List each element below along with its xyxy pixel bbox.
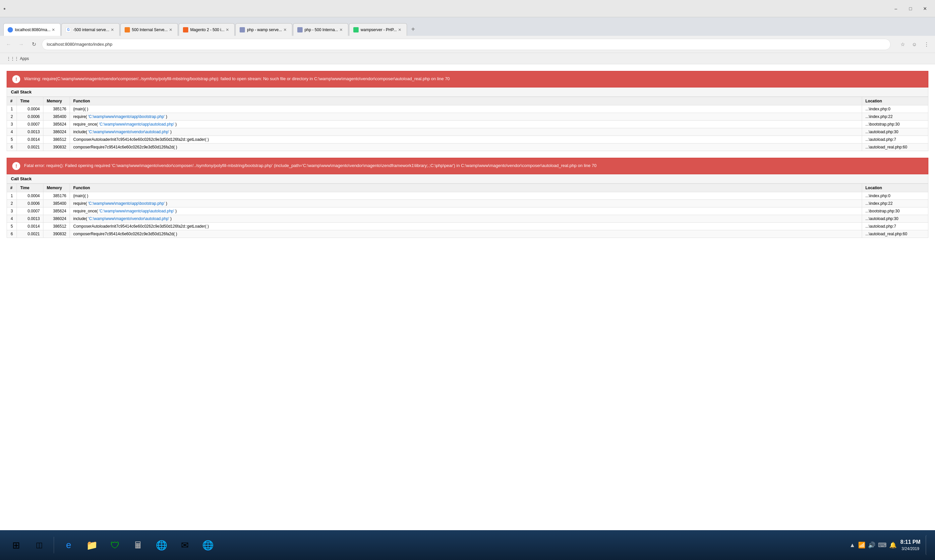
tab-stackoverflow-close[interactable]: ✕ — [168, 27, 174, 33]
row-function: require_once( 'C:\wamp\www\magento\app\a… — [70, 208, 862, 215]
error-1-header-text: Warning: require(C:\wamp\www\magento\ven… — [24, 76, 450, 81]
calc-button[interactable]: 🖩 — [128, 534, 149, 556]
row-function: {main}( ) — [70, 105, 862, 113]
task-view-icon: ◫ — [36, 541, 43, 549]
mail-icon: ✉ — [181, 540, 189, 551]
url-icons: ☆ ☺ ⋮ — [898, 40, 931, 49]
settings-menu-icon[interactable]: ⋮ — [922, 40, 931, 49]
row-num: 4 — [7, 215, 17, 223]
row-num: 2 — [7, 200, 17, 208]
row-time: 0.0014 — [17, 136, 43, 143]
row-num: 6 — [7, 143, 17, 151]
row-time: 0.0006 — [17, 113, 43, 121]
error-2-col-function: Function — [70, 184, 862, 192]
error-1-call-stack-title: Call Stack — [7, 88, 928, 97]
row-memory: 385400 — [43, 200, 70, 208]
show-desktop-button[interactable] — [926, 535, 930, 555]
tab-favicon-php-wamp — [240, 27, 245, 32]
row-time: 0.0021 — [17, 230, 43, 238]
url-bar[interactable]: localhost:8080/magento/index.php — [42, 39, 890, 50]
mail-button[interactable]: ✉ — [174, 534, 195, 556]
browser-window: ● – □ ✕ localhost:8080/ma... ✕ G -500 in… — [0, 0, 935, 64]
error-block-1: ! Warning: require(C:\wamp\www\magento\v… — [7, 71, 928, 151]
tab-wamp-label: wampserver - PHP... — [360, 28, 397, 32]
row-memory: 386512 — [43, 136, 70, 143]
taskbar-right: ▲ 📶 🔊 ⌨ 🔔 8:11 PM 3/24/2019 — [849, 535, 930, 555]
system-tray: ▲ 📶 🔊 ⌨ 🔔 — [849, 542, 896, 549]
tab-magento[interactable]: Magento 2 - 500 i... ✕ — [179, 23, 235, 36]
row-memory: 390832 — [43, 230, 70, 238]
browser-logo: ● — [3, 6, 6, 11]
shield-button[interactable]: 🛡 — [105, 534, 126, 556]
tab-stackoverflow[interactable]: 500 Internal Serve... ✕ — [120, 23, 178, 36]
back-button[interactable]: ← — [4, 40, 13, 49]
tray-icon-1[interactable]: ▲ — [849, 542, 855, 549]
table-row: 50.0014386512ComposerAutoloaderInit7c954… — [7, 136, 928, 143]
network-icon[interactable]: 📶 — [858, 542, 866, 549]
apps-label: Apps — [20, 56, 29, 61]
task-view-button[interactable]: ◫ — [29, 534, 50, 556]
tab-magento-close[interactable]: ✕ — [224, 27, 230, 33]
row-time: 0.0013 — [17, 215, 43, 223]
row-memory: 385176 — [43, 105, 70, 113]
new-tab-button[interactable]: + — [408, 24, 418, 34]
row-num: 4 — [7, 128, 17, 136]
tab-wamp[interactable]: wampserver - PHP... ✕ — [349, 23, 407, 36]
minimize-button[interactable]: – — [889, 4, 903, 14]
user-account-icon[interactable]: ☺ — [910, 40, 919, 49]
row-location: ...\autoload.php:30 — [862, 215, 928, 223]
row-location: ...\index.php:0 — [862, 192, 928, 200]
error-2-col-num: # — [7, 184, 17, 192]
address-bar: ← → ↻ localhost:8080/magento/index.php ☆… — [0, 36, 935, 53]
row-location: ...\index.php:22 — [862, 113, 928, 121]
row-function: require( 'C:\wamp\www\magento\app\bootst… — [70, 113, 862, 121]
tab-php-500-close[interactable]: ✕ — [338, 27, 344, 33]
taskbar-clock[interactable]: 8:11 PM 3/24/2019 — [901, 538, 920, 551]
row-time: 0.0004 — [17, 192, 43, 200]
row-location: ...\autoload.php:7 — [862, 223, 928, 230]
row-num: 6 — [7, 230, 17, 238]
tab-stackoverflow-label: 500 Internal Serve... — [132, 28, 168, 32]
row-location: ...\bootstrap.php:30 — [862, 208, 928, 215]
row-num: 2 — [7, 113, 17, 121]
calc-icon: 🖩 — [134, 540, 143, 551]
url-text: localhost:8080/magento/index.php — [47, 42, 112, 47]
row-num: 5 — [7, 136, 17, 143]
file-explorer-button[interactable]: 📁 — [81, 534, 102, 556]
reload-button[interactable]: ↻ — [29, 40, 39, 49]
taskbar-time-display: 8:11 PM — [901, 538, 920, 546]
maximize-button[interactable]: □ — [904, 4, 917, 14]
notification-icon[interactable]: 🔔 — [889, 542, 896, 549]
row-time: 0.0007 — [17, 208, 43, 215]
tab-php-500[interactable]: php - 500 Interna... ✕ — [293, 23, 348, 36]
keyboard-icon[interactable]: ⌨ — [878, 542, 887, 549]
table-row: 40.0013386024include( 'C:\wamp\www\magen… — [7, 215, 928, 223]
tab-php-wamp-close[interactable]: ✕ — [282, 27, 288, 33]
tab-favicon-stackoverflow — [125, 27, 130, 32]
table-row: 50.0014386512ComposerAutoloaderInit7c954… — [7, 223, 928, 230]
bookmark-star-icon[interactable]: ☆ — [898, 40, 907, 49]
row-memory: 390832 — [43, 143, 70, 151]
browser-icon: 🌐 — [202, 540, 214, 551]
close-button[interactable]: ✕ — [918, 4, 932, 14]
ie-button[interactable]: e — [58, 534, 79, 556]
chrome-button[interactable]: 🌐 — [151, 534, 172, 556]
volume-icon[interactable]: 🔊 — [868, 542, 875, 549]
tab-php-wamp[interactable]: php - wamp serve... ✕ — [235, 23, 292, 36]
bookmarks-bar: ⋮⋮⋮ Apps — [0, 53, 935, 64]
forward-button[interactable]: → — [17, 40, 26, 49]
tab-localhost[interactable]: localhost:8080/ma... ✕ — [3, 23, 61, 36]
tab-google-close[interactable]: ✕ — [109, 27, 116, 33]
error-1-header: ! Warning: require(C:\wamp\www\magento\v… — [7, 71, 928, 88]
error-1-table: # Time Memory Function Location 10.00043… — [7, 97, 928, 151]
tab-wamp-close[interactable]: ✕ — [397, 27, 403, 33]
row-time: 0.0006 — [17, 200, 43, 208]
table-row: 30.0007385624require_once( 'C:\wamp\www\… — [7, 121, 928, 128]
tab-google[interactable]: G -500 internal serve... ✕ — [61, 23, 119, 36]
window-controls: – □ ✕ — [889, 4, 932, 14]
start-button[interactable]: ⊞ — [5, 534, 26, 556]
browser-button[interactable]: 🌐 — [197, 534, 219, 556]
tab-php-500-label: php - 500 Interna... — [305, 28, 338, 32]
tab-localhost-close[interactable]: ✕ — [50, 27, 56, 33]
apps-bookmark[interactable]: ⋮⋮⋮ Apps — [4, 55, 31, 62]
